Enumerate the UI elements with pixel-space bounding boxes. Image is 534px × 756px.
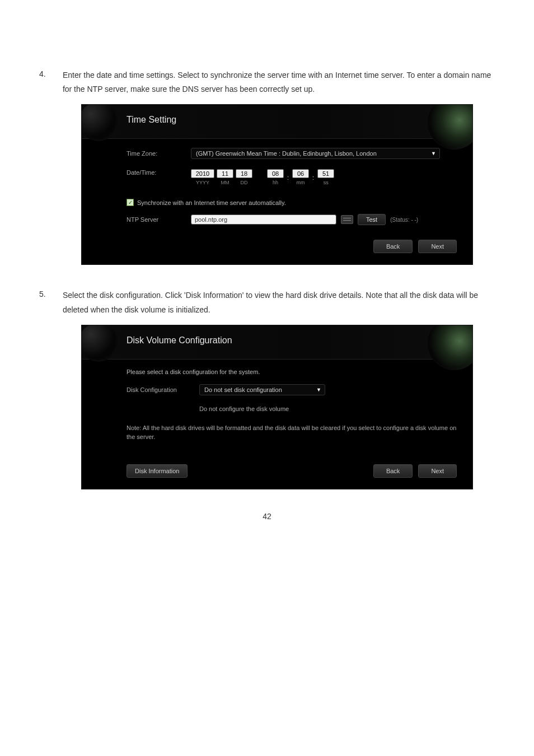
disk-config-value: Do not set disk configuration (204, 386, 282, 393)
timezone-select[interactable]: (GMT) Greenwich Mean Time : Dublin, Edin… (191, 148, 440, 159)
second-input[interactable]: 51 (317, 169, 334, 178)
day-sublabel: DD (241, 180, 248, 185)
panel-title: Disk Volume Configuration (127, 335, 462, 346)
step-4-text: Enter the date and time settings. Select… (63, 67, 495, 96)
ntp-label: NTP Server (127, 216, 191, 223)
next-button[interactable]: Next (418, 240, 457, 253)
hour-sublabel: hh (273, 180, 278, 185)
step-4-number: 4. (39, 67, 60, 81)
day-input[interactable]: 18 (236, 169, 252, 178)
panel-title: Time Setting (127, 115, 462, 125)
disk-config-label: Disk Configuration (127, 386, 199, 393)
panel-header: Disk Volume Configuration (82, 325, 472, 359)
test-status: (Status: - -) (390, 217, 418, 223)
ntp-server-input[interactable] (191, 214, 336, 225)
year-input[interactable]: 2010 (191, 169, 214, 178)
page-number: 42 (39, 512, 495, 521)
month-input[interactable]: 11 (217, 169, 233, 178)
sync-checkbox[interactable]: ✓ (127, 199, 134, 206)
second-sublabel: ss (324, 180, 329, 185)
colon-separator: : (311, 174, 315, 181)
minute-sublabel: mm (297, 180, 305, 185)
step-4-instruction: 4. Enter the date and time settings. Sel… (39, 67, 495, 96)
step-5-text: Select the disk configuration. Click 'Di… (63, 287, 495, 316)
step-5-instruction: 5. Select the disk configuration. Click … (39, 287, 495, 316)
time-setting-panel: Time Setting Time Zone: (GMT) Greenwich … (81, 104, 473, 265)
disk-note: Note: All the hard disk drives will be f… (127, 423, 462, 442)
timezone-label: Time Zone: (127, 150, 191, 157)
year-sublabel: YYYY (196, 180, 209, 185)
dropdown-arrow-icon: ▼ (431, 151, 436, 156)
panel-header: Time Setting (82, 105, 472, 138)
back-button[interactable]: Back (373, 240, 413, 253)
next-button[interactable]: Next (418, 464, 457, 478)
sync-checkbox-label: Synchronize with an Internet time server… (137, 199, 286, 206)
test-button[interactable]: Test (358, 214, 386, 225)
timezone-value: (GMT) Greenwich Mean Time : Dublin, Edin… (196, 150, 377, 157)
config-description: Do not configure the disk volume (199, 405, 462, 412)
month-sublabel: MM (221, 180, 229, 185)
hour-input[interactable]: 08 (267, 169, 284, 178)
panel-intro: Please select a disk configuration for t… (127, 368, 462, 375)
colon-separator: : (286, 174, 290, 181)
disk-info-button[interactable]: Disk Information (127, 464, 188, 478)
back-button[interactable]: Back (373, 464, 413, 478)
disk-config-select[interactable]: Do not set disk configuration ▼ (199, 384, 325, 395)
header-orb-left (81, 325, 118, 362)
header-orb-left (81, 104, 118, 141)
minute-input[interactable]: 06 (292, 169, 309, 178)
disk-config-panel: Disk Volume Configuration Please select … (81, 325, 473, 489)
keyboard-icon[interactable] (341, 215, 353, 224)
datetime-label: Date/Time: (127, 169, 191, 176)
dropdown-arrow-icon: ▼ (316, 387, 321, 393)
step-5-number: 5. (39, 287, 60, 301)
